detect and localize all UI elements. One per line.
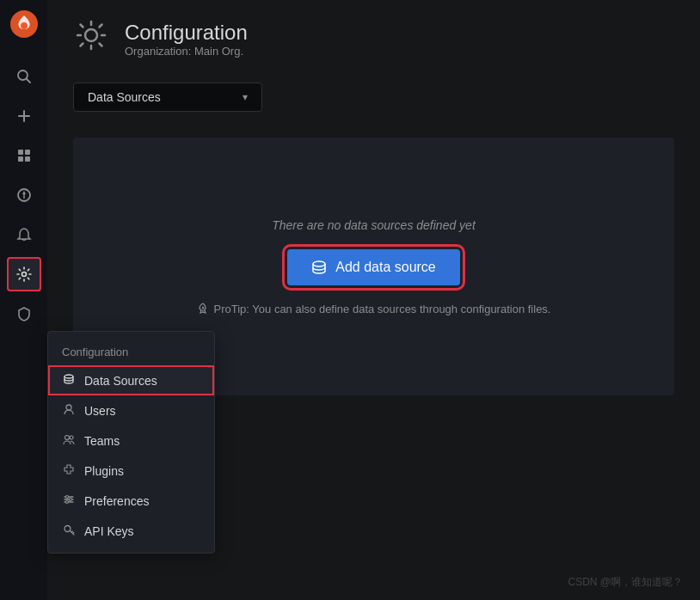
sidebar-icon-config[interactable] [7,257,41,291]
sidebar-icon-alerts[interactable] [7,217,41,252]
add-datasource-label: Add data source [335,260,436,275]
menu-item-plugins[interactable]: Plugins [48,456,214,486]
page-header-text: Configuration Organization: Main Org. [125,21,248,58]
svg-point-26 [66,501,69,504]
svg-line-3 [26,79,30,83]
datasource-dropdown[interactable]: Data Sources ▾ [73,83,262,112]
app-logo[interactable] [9,9,40,40]
svg-rect-9 [25,156,30,162]
svg-point-25 [70,499,72,501]
svg-point-13 [21,272,26,277]
svg-point-14 [85,29,97,41]
menu-teams-label: Teams [84,434,120,448]
plugins-menu-icon [62,463,76,478]
teams-menu-icon [62,433,76,448]
sidebar-icon-shield[interactable] [7,297,41,331]
svg-point-1 [21,22,28,29]
apikeys-menu-icon [62,523,76,538]
user-menu-icon [62,403,76,418]
menu-datasources-label: Data Sources [84,374,157,388]
preferences-menu-icon [62,493,76,508]
page-header: Configuration Organization: Main Org. [73,17,674,61]
page-title: Configuration [125,21,248,45]
sidebar-icon-add[interactable] [7,99,41,133]
sidebar [0,0,47,600]
menu-item-preferences[interactable]: Preferences [48,486,214,516]
svg-point-16 [201,307,203,309]
svg-point-18 [66,405,71,410]
menu-apikeys-label: API Keys [84,524,134,538]
config-menu-title: Configuration [48,339,214,365]
menu-item-users[interactable]: Users [48,395,214,426]
watermark: CSDN @啊，谁知道呢？ [568,575,683,590]
menu-item-datasources[interactable]: Data Sources [48,365,214,395]
svg-rect-8 [18,156,23,162]
database-icon [311,260,327,275]
page-header-icon [73,17,109,61]
empty-state-message: There are no data sources defined yet [272,218,476,232]
svg-line-29 [71,531,73,532]
rocket-icon [197,303,209,315]
protip-text: ProTip: You can also define data sources… [197,303,551,315]
dropdown-label: Data Sources [88,90,161,104]
sidebar-icon-search[interactable] [7,59,41,94]
database-menu-icon [62,373,76,388]
add-datasource-button[interactable]: Add data source [287,249,460,285]
svg-point-20 [70,436,73,439]
svg-line-30 [73,533,75,534]
menu-preferences-label: Preferences [84,494,149,508]
chevron-down-icon: ▾ [243,91,248,103]
svg-point-17 [64,375,73,378]
sidebar-icon-dashboard[interactable] [7,138,41,173]
svg-point-15 [313,261,325,266]
svg-rect-6 [18,150,23,155]
menu-item-teams[interactable]: Teams [48,426,214,456]
svg-point-19 [65,436,70,440]
svg-point-24 [66,496,69,499]
sidebar-icon-explore[interactable] [7,178,41,212]
menu-plugins-label: Plugins [84,464,124,478]
svg-marker-11 [22,191,26,194]
menu-item-apikeys[interactable]: API Keys [48,516,214,546]
svg-rect-7 [25,150,30,155]
page-subtitle: Organization: Main Org. [125,45,248,58]
config-context-menu: Configuration Data Sources Users [47,331,215,554]
menu-users-label: Users [84,404,116,418]
